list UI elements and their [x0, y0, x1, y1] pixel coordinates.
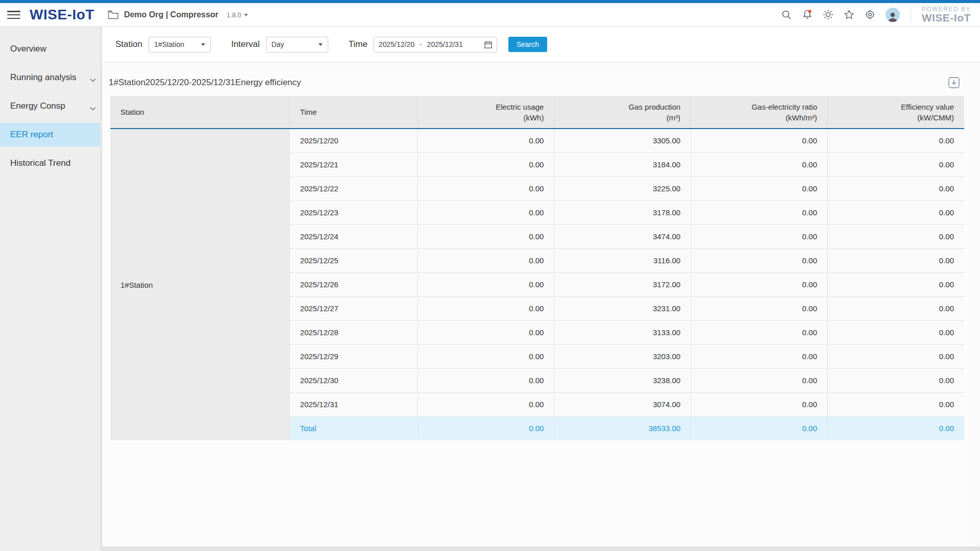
header-actions: POWERED BY WISE-IoT [781, 6, 971, 24]
sidebar-item-energy-consp[interactable]: Energy Consp [0, 94, 100, 118]
time-label: Time [349, 39, 368, 49]
favorites-star-icon[interactable] [844, 9, 855, 20]
cell-electric: 0.00 [418, 416, 554, 440]
cell-efficiency: 0.00 [827, 392, 964, 416]
cell-efficiency: 0.00 [827, 153, 964, 177]
calendar-icon[interactable] [484, 41, 492, 48]
cell-gas: 3184.00 [554, 153, 691, 177]
column-header: Time [289, 96, 418, 129]
cell-station: 1#Station [110, 129, 289, 440]
cell-efficiency: 0.00 [827, 224, 964, 248]
cell-electric: 0.00 [418, 368, 554, 392]
column-label: Time [300, 108, 407, 116]
cell-efficiency: 0.00 [827, 416, 964, 440]
station-select[interactable]: 1#Station [149, 37, 211, 53]
sidebar-item-historical-trend[interactable]: Historical Trend [0, 152, 100, 175]
report-card-header: 1#Station2025/12/20-2025/12/31Energy eff… [103, 69, 971, 96]
column-label: Efficiency value [838, 103, 954, 111]
cell-time: 2025/12/31 [289, 392, 418, 416]
sidebar-item-overview[interactable]: Overview [0, 37, 100, 61]
time-from-value: 2025/12/20 [379, 40, 414, 48]
cell-electric: 0.00 [418, 344, 554, 368]
brightness-sun-icon[interactable] [823, 9, 834, 20]
sidebar-item-running-analysis[interactable]: Running analysis [0, 66, 100, 89]
cell-efficiency: 0.00 [827, 248, 964, 272]
column-header: Station [110, 96, 289, 129]
time-range-input[interactable]: 2025/12/20 - 2025/12/31 [374, 37, 497, 53]
interval-label: Interval [231, 39, 260, 49]
cell-ratio: 0.00 [691, 177, 828, 201]
cell-time: 2025/12/25 [289, 248, 418, 272]
cell-electric: 0.00 [418, 177, 554, 201]
search-icon[interactable] [781, 9, 792, 20]
report-card: 1#Station2025/12/20-2025/12/31Energy eff… [103, 69, 971, 551]
cell-electric: 0.00 [418, 296, 554, 320]
station-select-value: 1#Station [154, 40, 184, 48]
settings-gear-icon[interactable] [865, 9, 876, 20]
report-table-body: 1#Station2025/12/20 0.00 3305.00 0.00 0.… [110, 129, 964, 440]
chevron-down-icon [201, 43, 205, 46]
sidebar-item-label: Running analysis [10, 72, 76, 83]
powered-by-brand: WISE-IoT [922, 12, 971, 23]
column-unit: (kW/CMM) [838, 113, 954, 122]
cell-gas: 3238.00 [554, 368, 691, 392]
sidebar-item-eer-report[interactable]: EER report [0, 123, 100, 146]
cell-efficiency: 0.00 [827, 368, 964, 392]
sidebar-item-label: Overview [10, 44, 46, 54]
cell-time: 2025/12/26 [289, 272, 418, 296]
version-label: 1.8.0 [227, 11, 241, 19]
cell-ratio: 0.00 [691, 201, 828, 224]
eer-report-table: Station Time Electric usage (kWh) Gas pr… [110, 96, 964, 440]
cell-electric: 0.00 [418, 129, 554, 153]
cell-time: 2025/12/22 [289, 177, 418, 201]
cell-gas: 3172.00 [554, 272, 691, 296]
cell-time: 2025/12/29 [289, 344, 418, 368]
cell-ratio: 0.00 [691, 129, 828, 153]
cell-gas: 3231.00 [554, 296, 691, 320]
sidebar-item-label: EER report [10, 130, 53, 140]
time-range-separator: - [420, 40, 422, 48]
sidebar-nav: Overview Running analysis Energy Consp E… [0, 27, 102, 551]
cell-ratio: 0.00 [691, 272, 828, 296]
search-button[interactable]: Search [508, 37, 547, 52]
interval-select-value: Day [272, 40, 284, 48]
cell-electric: 0.00 [418, 320, 554, 344]
time-to-value: 2025/12/31 [427, 40, 463, 48]
org-selector[interactable]: Demo Org | Compressor [124, 10, 218, 19]
cell-ratio: 0.00 [691, 392, 828, 416]
sidebar-item-label: Energy Consp [10, 101, 65, 111]
version-selector[interactable]: 1.8.0 [227, 11, 248, 19]
interval-select[interactable]: Day [266, 37, 328, 53]
cell-electric: 0.00 [418, 224, 554, 248]
cell-ratio: 0.00 [691, 320, 828, 344]
column-label: Gas production [565, 103, 680, 111]
column-label: Gas-electricity ratio [701, 103, 817, 111]
filter-bar: Station 1#Station Interval Day Time 2025… [102, 27, 980, 62]
cell-time: 2025/12/28 [289, 320, 418, 344]
column-unit: (kWh) [428, 113, 544, 122]
download-icon[interactable] [947, 76, 961, 90]
cell-efficiency: 0.00 [827, 201, 964, 224]
column-unit: (kWh/m³) [701, 113, 817, 122]
cell-gas: 38533.00 [554, 416, 691, 440]
cell-gas: 3225.00 [554, 177, 691, 201]
cell-gas: 3305.00 [554, 129, 691, 153]
hamburger-menu-icon[interactable] [7, 10, 20, 20]
cell-ratio: 0.00 [691, 153, 828, 177]
chevron-down-icon [90, 103, 96, 113]
cell-gas: 3474.00 [554, 224, 691, 248]
cell-gas: 3133.00 [554, 320, 691, 344]
chevron-down-icon [318, 43, 323, 46]
user-avatar[interactable] [886, 8, 900, 22]
horizontal-scrollbar[interactable] [102, 546, 980, 551]
cell-gas: 3203.00 [554, 344, 691, 368]
station-label: Station [115, 39, 142, 49]
cell-electric: 0.00 [418, 153, 554, 177]
column-label: Station [120, 108, 279, 116]
cell-efficiency: 0.00 [827, 344, 964, 368]
column-header: Gas-electricity ratio (kWh/m³) [691, 96, 828, 129]
cell-electric: 0.00 [418, 248, 554, 272]
scrollbar-thumb[interactable] [102, 546, 717, 551]
notifications-bell-icon[interactable] [802, 9, 813, 20]
column-header: Electric usage (kWh) [418, 96, 554, 129]
